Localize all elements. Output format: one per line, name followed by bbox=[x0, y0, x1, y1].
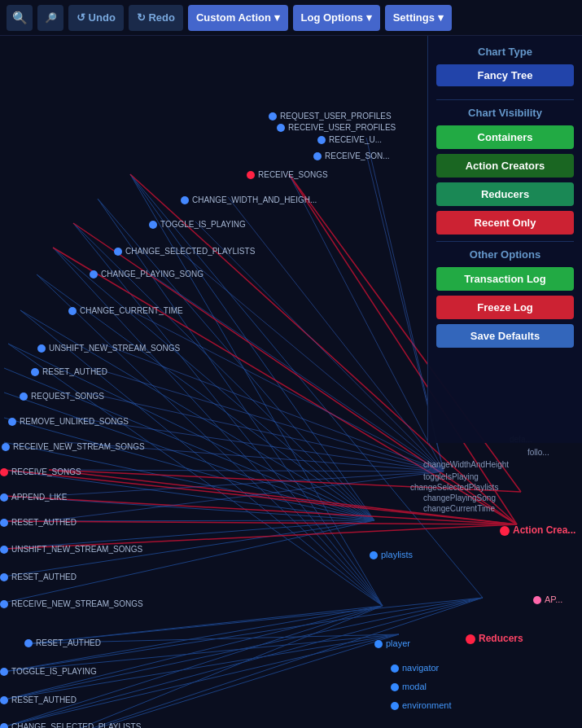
node-dot bbox=[181, 196, 189, 204]
svg-line-24 bbox=[4, 520, 374, 603]
node-receive-son: RECEIVE_SON... bbox=[313, 151, 389, 160]
node-dot bbox=[0, 573, 8, 581]
action-creators-button[interactable]: Action Creators bbox=[436, 154, 574, 178]
node-dot bbox=[90, 270, 98, 278]
node-request-songs: REQUEST_SONGS bbox=[20, 392, 104, 401]
node-reset-authed-3: RESET_AUTHED bbox=[0, 572, 77, 581]
chart-type-select[interactable]: Fancy Tree Other bbox=[436, 64, 574, 86]
log-options-button[interactable]: Log Options ▾ bbox=[293, 5, 380, 31]
svg-line-11 bbox=[20, 310, 374, 520]
svg-line-10 bbox=[37, 274, 383, 606]
node-receive-new-1: RECEIVE_NEW_STREAM_SONGS bbox=[2, 442, 145, 451]
svg-line-56 bbox=[175, 248, 444, 471]
node-dot bbox=[68, 307, 77, 315]
other-options-title: Other Options bbox=[436, 248, 574, 261]
node-dot bbox=[317, 136, 326, 144]
node-dot bbox=[0, 600, 8, 608]
node-dot bbox=[0, 519, 8, 527]
recent-only-button[interactable]: Recent Only bbox=[436, 211, 574, 235]
node-dot bbox=[8, 418, 16, 426]
tree-modal: modal bbox=[391, 682, 427, 691]
save-defaults-button[interactable]: Save Defaults bbox=[436, 324, 574, 348]
tree-follo: follo... bbox=[527, 448, 549, 457]
node-append-like: APPEND_LIKE bbox=[0, 493, 67, 502]
node-receive-new-2: RECEIVE_NEW_STREAM_SONGS bbox=[0, 599, 143, 608]
node-dot bbox=[0, 546, 8, 554]
node-toggle-playing-1: TOGGLE_IS_PLAYING bbox=[149, 220, 246, 229]
svg-line-59 bbox=[102, 344, 444, 471]
right-panel: Chart Type Fancy Tree Other Chart Visibi… bbox=[427, 36, 582, 443]
node-dot bbox=[37, 344, 46, 353]
node-reset-authed-1: RESET_AUTHED bbox=[31, 367, 107, 376]
node-dot bbox=[31, 368, 39, 376]
chart-type-title: Chart Type bbox=[436, 46, 574, 58]
node-change-current-1: CHANGE_CURRENT_TIME bbox=[68, 306, 183, 315]
node-dot bbox=[24, 639, 33, 647]
tree-player: player bbox=[374, 638, 410, 648]
tree-environment: environment bbox=[391, 700, 452, 710]
zoom-out-button[interactable]: 🔍 bbox=[7, 5, 33, 31]
node-dot bbox=[277, 124, 285, 132]
tree-change-playing: changePlayingSong bbox=[423, 493, 496, 502]
freeze-log-button[interactable]: Freeze Log bbox=[436, 296, 574, 319]
divider-1 bbox=[436, 99, 574, 100]
chart-visibility-title: Chart Visibility bbox=[436, 107, 574, 119]
svg-line-5 bbox=[73, 223, 374, 520]
tree-action-creators: Action Crea... bbox=[500, 524, 575, 536]
zoom-in-button[interactable]: 🔎 bbox=[37, 5, 63, 31]
node-dot bbox=[313, 152, 322, 160]
tree-playlists: playlists bbox=[370, 550, 413, 559]
node-dot bbox=[149, 221, 157, 229]
transaction-log-button[interactable]: Transaction Log bbox=[436, 267, 574, 291]
svg-line-1 bbox=[130, 174, 383, 606]
svg-line-55 bbox=[195, 221, 444, 471]
node-reset-authed-5: RESET_AUTHED bbox=[0, 695, 77, 704]
reducers-button[interactable]: Reducers bbox=[436, 182, 574, 206]
svg-line-60 bbox=[94, 368, 444, 471]
tree-reducers: Reducers bbox=[466, 633, 523, 644]
node-receive-u: RECEIVE_U... bbox=[317, 135, 382, 144]
node-unshift-2: UNSHIFT_NEW_STREAM_SONGS bbox=[0, 545, 142, 554]
node-dot bbox=[114, 248, 122, 256]
svg-line-49 bbox=[4, 521, 517, 524]
node-toggle-playing-2: TOGGLE_IS_PLAYING bbox=[0, 667, 97, 676]
node-unshift-1: UNSHIFT_NEW_STREAM_SONGS bbox=[37, 344, 180, 353]
svg-line-64 bbox=[53, 470, 444, 471]
svg-line-27 bbox=[8, 606, 383, 699]
node-dot bbox=[269, 112, 277, 121]
node-dot bbox=[20, 393, 28, 401]
svg-line-53 bbox=[289, 174, 444, 471]
toolbar: 🔍 🔎 ↺ Undo ↻ Redo Custom Action ▾ Log Op… bbox=[0, 0, 582, 36]
tree-ap: AP... bbox=[533, 594, 562, 604]
node-dot bbox=[0, 696, 8, 704]
node-receive-songs-1: RECEIVE_SONGS bbox=[247, 170, 328, 179]
node-dot bbox=[2, 443, 10, 451]
node-change-selected-2: CHANGE_SELECTED_PLAYLISTS bbox=[0, 722, 141, 728]
svg-line-28 bbox=[8, 606, 383, 726]
tree-navigator: navigator bbox=[391, 663, 439, 673]
settings-button[interactable]: Settings ▾ bbox=[385, 5, 452, 31]
node-dot-red bbox=[0, 468, 8, 476]
svg-line-12 bbox=[20, 310, 383, 606]
containers-button[interactable]: Containers bbox=[436, 125, 574, 149]
svg-line-18 bbox=[4, 442, 374, 520]
divider-2 bbox=[436, 241, 574, 242]
svg-line-66 bbox=[45, 471, 444, 521]
tree-change-width: changeWidthAndHeight bbox=[423, 460, 509, 469]
redo-button[interactable]: ↻ Redo bbox=[129, 5, 183, 31]
tree-toggle-playing: toggleIsPlaying bbox=[423, 472, 479, 481]
undo-button[interactable]: ↺ Undo bbox=[68, 5, 124, 31]
node-dot bbox=[0, 668, 8, 676]
custom-action-button[interactable]: Custom Action ▾ bbox=[188, 5, 288, 31]
node-dot bbox=[0, 493, 8, 502]
svg-line-34 bbox=[24, 634, 399, 728]
node-reset-authed-2: RESET_AUTHED bbox=[0, 518, 77, 527]
tree-change-current: changeCurrentTime bbox=[423, 504, 495, 513]
node-change-width: CHANGE_WIDTH_AND_HEIGH... bbox=[181, 195, 317, 204]
svg-line-61 bbox=[85, 393, 444, 471]
svg-line-36 bbox=[8, 598, 483, 671]
svg-line-54 bbox=[228, 197, 444, 471]
node-change-selected-1: CHANGE_SELECTED_PLAYLISTS bbox=[114, 247, 255, 256]
tree-change-selected: changeSelectedPlaylists bbox=[410, 483, 498, 492]
node-remove-unliked: REMOVE_UNLIKED_SONGS bbox=[8, 417, 129, 426]
